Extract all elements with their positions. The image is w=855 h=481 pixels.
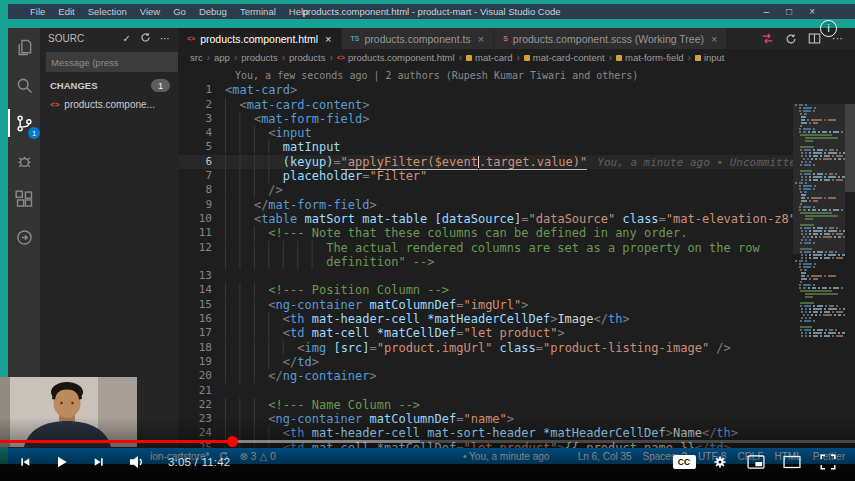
line-number: 22 — [178, 398, 225, 412]
breadcrumb-item-app[interactable]: app — [214, 52, 230, 63]
code-editor[interactable]: You, a few seconds ago | 2 authors (Rupe… — [178, 66, 855, 448]
code-line: 4 <input — [178, 126, 855, 140]
line-content: The actual rendered columns are set as a… — [225, 241, 760, 255]
vertical-scrollbar[interactable] — [845, 87, 855, 448]
previous-button[interactable] — [12, 449, 38, 475]
sidebar-header: SOURC ✓ ⋯ — [40, 28, 178, 49]
activity-item-source-control[interactable]: 1 — [12, 111, 36, 135]
split-editor-icon[interactable] — [808, 32, 821, 45]
refresh-icon[interactable] — [140, 32, 151, 45]
minimize-button[interactable]: – — [764, 6, 770, 17]
menu-file[interactable]: File — [30, 6, 45, 17]
tab-bar: <>products.component.html×TSproducts.com… — [178, 28, 855, 49]
maximize-button[interactable]: □ — [786, 6, 792, 17]
line-number: 18 — [178, 341, 225, 355]
line-content: <!--- Note that these columns can be def… — [225, 226, 687, 240]
line-number: 15 — [178, 298, 225, 312]
close-tab-icon[interactable]: × — [478, 33, 484, 45]
tab-scss[interactable]: Sproducts.component.scss (Working Tree)× — [494, 28, 727, 49]
breadcrumb-separator: › — [688, 52, 691, 63]
next-button[interactable] — [86, 449, 112, 475]
line-content: matInput — [225, 140, 341, 154]
code-line: 15 <ng-container matColumnDef="imgUrl"> — [178, 298, 855, 312]
line-number: 16 — [178, 312, 225, 326]
window-controls: –□× — [764, 6, 855, 17]
breadcrumb-item-input[interactable]: input — [695, 52, 725, 63]
breadcrumb-item-products.component.html[interactable]: <>products.component.html — [337, 52, 455, 63]
tab-ts[interactable]: TSproducts.component.ts× — [342, 28, 495, 49]
breadcrumb-label: mat-card-content — [533, 52, 605, 63]
breadcrumb-item-mat-card-content[interactable]: mat-card-content — [524, 52, 605, 63]
video-info-button[interactable]: i — [820, 20, 837, 37]
line-number: 21 — [178, 384, 225, 398]
menu-view[interactable]: View — [140, 6, 160, 17]
activity-item-debug[interactable] — [12, 149, 36, 173]
line-number: 24 — [178, 426, 225, 440]
played-bar — [0, 440, 232, 443]
line-content: <th mat-header-cell *matHeaderCellDef>Im… — [225, 312, 630, 326]
line-content: <mat-form-field> — [225, 112, 370, 126]
editor-actions: ⋯ — [749, 28, 855, 49]
breadcrumb-item-src[interactable]: src — [190, 52, 203, 63]
activity-item-live-share[interactable] — [12, 225, 36, 249]
menu-debug[interactable]: Debug — [199, 6, 227, 17]
miniplayer-button[interactable] — [743, 449, 769, 475]
commit-message-input[interactable] — [46, 52, 182, 72]
activity-item-search[interactable] — [12, 73, 36, 97]
breadcrumb-label: products — [289, 52, 325, 63]
line-number: 12 — [178, 241, 225, 255]
code-line: 11 <!--- Note that these columns can be … — [178, 226, 855, 240]
close-tab-icon[interactable]: × — [325, 33, 331, 45]
minimap[interactable] — [793, 104, 845, 448]
editor-group: <>products.component.html×TSproducts.com… — [178, 28, 855, 448]
tab-label: products.component.ts — [364, 33, 470, 45]
breadcrumb-item-mat-card[interactable]: mat-card — [466, 52, 512, 63]
breadcrumb-item-products[interactable]: products — [241, 52, 277, 63]
volume-button[interactable] — [123, 449, 149, 475]
line-content: <td mat-cell *matCellDef="let product"> — [225, 326, 565, 340]
code-line: 2 <mat-card-content> — [178, 98, 855, 112]
changed-file-item[interactable]: <> products.compone... — [40, 95, 178, 114]
captions-icon: CC — [673, 455, 696, 469]
scrollbar-thumb[interactable] — [845, 104, 855, 192]
line-content: <ng-container matColumnDef="imgUrl"> — [225, 298, 529, 312]
line-number: 6 — [178, 155, 225, 169]
close-button[interactable]: × — [809, 6, 815, 17]
player-controls: 3:05 / 11:42 CC — [0, 445, 855, 479]
menu-go[interactable]: Go — [173, 6, 186, 17]
breadcrumb-separator: › — [234, 52, 237, 63]
breadcrumb: src›app›products›products›<>products.com… — [178, 49, 855, 66]
settings-button[interactable] — [707, 449, 733, 475]
breadcrumb-label: products — [241, 52, 277, 63]
source-control-badge: 1 — [28, 127, 40, 139]
symbol-icon — [695, 55, 701, 61]
more-actions-icon[interactable]: ⋯ — [160, 33, 170, 44]
code-line: 24 <th mat-header-cell mat-sort-header *… — [178, 426, 855, 440]
inline-blame-annotation: You, a minute ago • Uncommitted ch — [597, 156, 822, 169]
menu-terminal[interactable]: Terminal — [240, 6, 276, 17]
menu-edit[interactable]: Edit — [58, 6, 74, 17]
captions-button[interactable]: CC — [671, 449, 697, 475]
play-button[interactable] — [49, 449, 75, 475]
menu-selection[interactable]: Selection — [88, 6, 127, 17]
line-number: 20 — [178, 369, 225, 383]
code-line: 8 /> — [178, 183, 855, 197]
changes-section-header[interactable]: CHANGES 1 — [40, 76, 178, 95]
menu-help[interactable]: Help — [289, 6, 309, 17]
sync-changes-icon[interactable] — [785, 33, 797, 45]
close-tab-icon[interactable]: × — [711, 33, 717, 45]
theater-mode-button[interactable] — [779, 449, 805, 475]
html-file-icon: <> — [337, 54, 345, 61]
activity-item-explorer[interactable] — [12, 35, 36, 59]
line-number: 1 — [178, 83, 225, 97]
activity-item-extensions[interactable] — [12, 187, 36, 211]
changed-file-name: products.compone... — [64, 99, 155, 110]
seek-bar[interactable] — [0, 440, 855, 443]
breadcrumb-item-mat-form-field[interactable]: mat-form-field — [616, 52, 684, 63]
fullscreen-button[interactable] — [815, 449, 841, 475]
line-content: (keyup)="applyFilter($event.target.value… — [225, 155, 822, 169]
tab-html[interactable]: <>products.component.html× — [178, 28, 342, 49]
commit-icon[interactable]: ✓ — [123, 33, 131, 44]
breadcrumb-item-products[interactable]: products — [289, 52, 325, 63]
compare-changes-icon[interactable] — [761, 32, 774, 45]
